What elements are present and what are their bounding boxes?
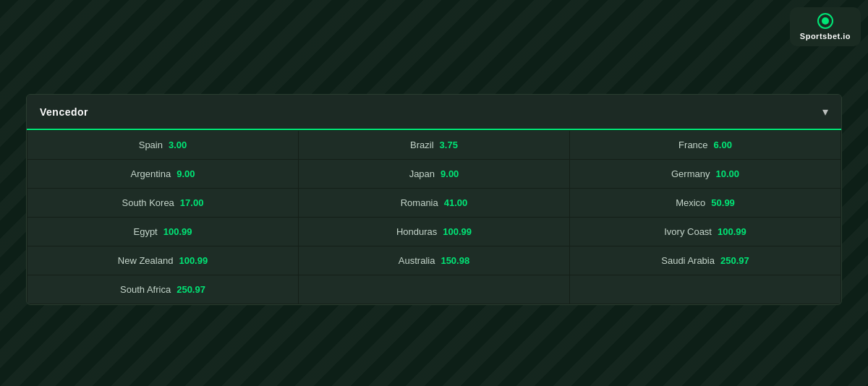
odds-cell[interactable]: South Korea17.00 xyxy=(27,189,298,217)
country-name: Brazil xyxy=(410,140,434,150)
odds-cell[interactable]: Saudi Arabia250.97 xyxy=(570,246,841,275)
odds-value: 50.99 xyxy=(711,197,735,208)
country-name: Australia xyxy=(399,255,435,266)
panel-title: Vencedor xyxy=(40,106,88,118)
country-name: Romania xyxy=(401,197,438,208)
country-name: Honduras xyxy=(396,226,437,237)
odds-value: 17.00 xyxy=(180,197,204,208)
panel-header: Vencedor ▾ xyxy=(27,95,841,130)
odds-cell[interactable]: France6.00 xyxy=(570,131,841,159)
country-name: Spain xyxy=(139,140,163,150)
country-name: Ivory Coast xyxy=(664,226,712,237)
odds-value: 3.00 xyxy=(169,140,187,150)
odds-cell[interactable]: Brazil3.75 xyxy=(299,131,569,159)
odds-value: 3.75 xyxy=(440,140,458,150)
odds-cell[interactable]: Egypt100.99 xyxy=(27,218,298,246)
logo-icon xyxy=(817,13,833,29)
odds-cell[interactable]: Argentina9.00 xyxy=(27,160,298,188)
odds-value: 150.98 xyxy=(441,255,469,266)
country-name: South Korea xyxy=(122,197,174,208)
odds-cell[interactable]: Japan9.00 xyxy=(299,160,569,188)
country-name: Saudi Arabia xyxy=(661,255,715,266)
odds-value: 100.99 xyxy=(179,255,208,266)
country-name: Mexico xyxy=(676,197,705,208)
main-panel: Vencedor ▾ Spain3.00Brazil3.75France6.00… xyxy=(26,94,842,305)
odds-cell[interactable]: Romania41.00 xyxy=(299,189,569,217)
odds-value: 10.00 xyxy=(715,168,739,179)
odds-cell[interactable]: Germany10.00 xyxy=(570,160,841,188)
country-name: Japan xyxy=(409,168,435,179)
odds-value: 100.99 xyxy=(163,226,192,237)
odds-cell[interactable]: Honduras100.99 xyxy=(299,218,569,246)
country-name: Argentina xyxy=(131,168,171,179)
chevron-down-icon[interactable]: ▾ xyxy=(822,105,828,119)
odds-cell[interactable]: South Africa250.97 xyxy=(27,275,298,304)
country-name: France xyxy=(678,140,707,150)
logo-text: Sportsbet.io xyxy=(800,32,851,40)
country-name: New Zealand xyxy=(118,255,174,266)
odds-cell xyxy=(299,275,569,304)
country-name: South Africa xyxy=(120,284,171,295)
odds-value: 250.97 xyxy=(176,284,205,295)
logo-container: Sportsbet.io xyxy=(790,7,861,46)
odds-value: 9.00 xyxy=(441,168,459,179)
odds-grid: Spain3.00Brazil3.75France6.00Argentina9.… xyxy=(27,130,841,304)
odds-value: 41.00 xyxy=(444,197,468,208)
country-name: Egypt xyxy=(133,226,157,237)
odds-value: 100.99 xyxy=(443,226,472,237)
odds-value: 6.00 xyxy=(714,140,732,150)
odds-cell xyxy=(570,275,841,304)
odds-value: 100.99 xyxy=(718,226,746,237)
odds-value: 9.00 xyxy=(176,168,195,179)
odds-cell[interactable]: Australia150.98 xyxy=(299,246,569,275)
odds-cell[interactable]: Mexico50.99 xyxy=(570,189,841,217)
odds-cell[interactable]: Spain3.00 xyxy=(27,131,298,159)
country-name: Germany xyxy=(671,168,710,179)
odds-value: 250.97 xyxy=(720,255,749,266)
odds-cell[interactable]: Ivory Coast100.99 xyxy=(570,218,841,246)
odds-cell[interactable]: New Zealand100.99 xyxy=(27,246,298,275)
